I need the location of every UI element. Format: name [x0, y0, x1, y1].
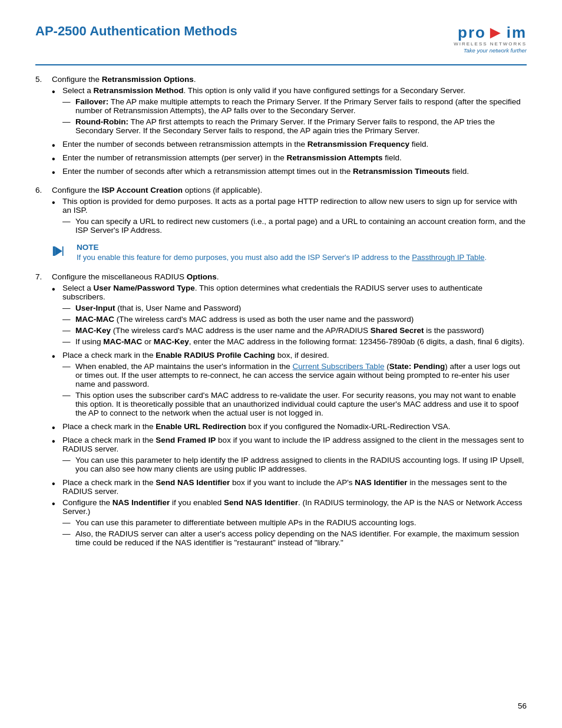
logo-text-right: im [507, 25, 527, 40]
list-item: • Place a check mark in the Send Framed … [52, 436, 527, 476]
bullet-icon: • [52, 351, 62, 420]
note-content: NOTE If you enable this feature for demo… [77, 243, 487, 262]
dash-content: Round-Robin: The AP first attempts to re… [75, 117, 527, 135]
list-item: • Configure the NAS Indentifier if you e… [52, 498, 527, 549]
step-7-number: 7. [35, 272, 52, 552]
dash-icon: — [62, 518, 75, 527]
dash-content: You can use this parameter to help ident… [75, 456, 527, 473]
step-7: 7. Configure the miscellaneous RADIUS Op… [35, 272, 527, 552]
list-item: — If using MAC-MAC or MAC-Key, enter the… [62, 337, 527, 346]
logo-wireless: WIRELESS NETWORKS [454, 41, 527, 47]
list-item: — You can specify a URL to redirect new … [62, 217, 527, 235]
bullet-content: Enter the number of retransmission attem… [62, 153, 527, 164]
logo-area: pro ► im WIRELESS NETWORKS Take your net… [454, 24, 527, 54]
bullet-icon: • [52, 140, 62, 151]
dash-icon: — [62, 217, 75, 235]
bullet-content: This option is provided for demo purpose… [62, 197, 527, 237]
step-6-number: 6. [35, 186, 52, 268]
logo-arrow: ► [487, 24, 506, 41]
note-text: If you enable this feature for demo purp… [77, 253, 487, 262]
list-item: — MAC-Key (The wireless card's MAC addre… [62, 326, 527, 335]
note-box: NOTE If you enable this feature for demo… [52, 243, 527, 262]
step-5-content: Configure the Retransmission Options. • … [52, 75, 527, 181]
list-item: • Enter the number of retransmission att… [52, 153, 527, 164]
bullet-text: Select a Retransmission Method. This opt… [62, 86, 465, 95]
step-5-bullets: • Select a Retransmission Method. This o… [52, 86, 527, 179]
note-link[interactable]: Passthrough IP Table [412, 253, 484, 262]
list-item: • Place a check mark in the Enable URL R… [52, 422, 527, 433]
dash-list: — You can use this parameter to differen… [62, 518, 527, 547]
note-label: NOTE [77, 243, 487, 252]
dash-list: — You can specify a URL to redirect new … [62, 217, 527, 235]
current-subscribers-link[interactable]: Current Subscribers Table [293, 362, 385, 371]
bullet-content: Place a check mark in the Send NAS Ident… [62, 478, 527, 496]
bullet-content: Enter the number of seconds between retr… [62, 140, 527, 151]
list-item: — Failover: The AP make multiple attempt… [62, 97, 527, 115]
dash-icon: — [62, 337, 75, 346]
dash-list: — User-Input (that is, User Name and Pas… [62, 304, 527, 346]
bullet-content: Select a User Name/Password Type. This o… [62, 284, 527, 348]
svg-rect-2 [62, 246, 64, 256]
dash-icon: — [62, 391, 75, 417]
note-icon [52, 244, 71, 260]
step-7-bullets: • Select a User Name/Password Type. This… [52, 284, 527, 549]
step-7-label: Configure the miscellaneous RADIUS Optio… [52, 272, 219, 281]
bullet-content: Place a check mark in the Enable RADIUS … [62, 351, 527, 420]
list-item: — Also, the RADIUS server can alter a us… [62, 529, 527, 547]
dash-icon: — [62, 315, 75, 324]
bullet-content: Place a check mark in the Enable URL Red… [62, 422, 527, 433]
header-rule [35, 64, 527, 65]
bullet-icon: • [52, 197, 62, 237]
dash-content: User-Input (that is, User Name and Passw… [75, 304, 527, 312]
bullet-icon: • [52, 167, 62, 178]
bullet-content: Select a Retransmission Method. This opt… [62, 86, 527, 137]
list-item: • Select a Retransmission Method. This o… [52, 86, 527, 137]
logo-tagline: Take your network further [464, 47, 527, 54]
page-number: 56 [518, 701, 527, 710]
dash-content: When enabled, the AP maintains the user'… [75, 362, 527, 388]
page-header: AP-2500 Authentication Methods pro ► im … [35, 24, 527, 54]
step-6-bullets: • This option is provided for demo purpo… [52, 197, 527, 237]
list-item: • Enter the number of seconds between re… [52, 140, 527, 151]
list-item: — User-Input (that is, User Name and Pas… [62, 304, 527, 312]
step-5-label: Configure the Retransmission Options. [52, 75, 196, 84]
bullet-icon: • [52, 498, 62, 549]
list-item: • Enter the number of seconds after whic… [52, 167, 527, 178]
bullet-icon: • [52, 153, 62, 164]
svg-marker-1 [55, 246, 62, 256]
dash-icon: — [62, 304, 75, 312]
dash-icon: — [62, 456, 75, 473]
step-6: 6. Configure the ISP Account Creation op… [35, 186, 527, 268]
dash-content: MAC-Key (The wireless card's MAC address… [75, 326, 527, 335]
dash-list: — Failover: The AP make multiple attempt… [62, 97, 527, 135]
list-item: — You can use this parameter to help ide… [62, 456, 527, 473]
dash-list: — You can use this parameter to help ide… [62, 456, 527, 473]
list-item: • This option is provided for demo purpo… [52, 197, 527, 237]
dash-content: Failover: The AP make multiple attempts … [75, 97, 527, 115]
list-item: — You can use this parameter to differen… [62, 518, 527, 527]
step-7-content: Configure the miscellaneous RADIUS Optio… [52, 272, 527, 552]
dash-icon: — [62, 326, 75, 335]
list-item: — Round-Robin: The AP first attempts to … [62, 117, 527, 135]
dash-content: You can specify a URL to redirect new cu… [75, 217, 527, 235]
bullet-content: Configure the NAS Indentifier if you ena… [62, 498, 527, 549]
dash-content: If using MAC-MAC or MAC-Key, enter the M… [75, 337, 527, 346]
dash-content: Also, the RADIUS server can alter a user… [75, 529, 527, 547]
list-item: — This option uses the subscriber card's… [62, 391, 527, 417]
svg-rect-0 [53, 246, 55, 256]
step-5-number: 5. [35, 75, 52, 181]
bullet-content: Place a check mark in the Send Framed IP… [62, 436, 527, 476]
page-title: AP-2500 Authentication Methods [35, 24, 237, 39]
list-item: — When enabled, the AP maintains the use… [62, 362, 527, 388]
list-item: • Select a User Name/Password Type. This… [52, 284, 527, 348]
list-item: — MAC-MAC (The wireless card's MAC addre… [62, 315, 527, 324]
dash-icon: — [62, 117, 75, 135]
bullet-icon: • [52, 422, 62, 433]
dash-content: MAC-MAC (The wireless card's MAC address… [75, 315, 527, 324]
step-6-content: Configure the ISP Account Creation optio… [52, 186, 527, 268]
list-item: • Place a check mark in the Send NAS Ide… [52, 478, 527, 496]
dash-icon: — [62, 362, 75, 388]
step-6-label: Configure the ISP Account Creation optio… [52, 186, 262, 195]
bullet-icon: • [52, 478, 62, 496]
main-content: 5. Configure the Retransmission Options.… [35, 75, 527, 552]
